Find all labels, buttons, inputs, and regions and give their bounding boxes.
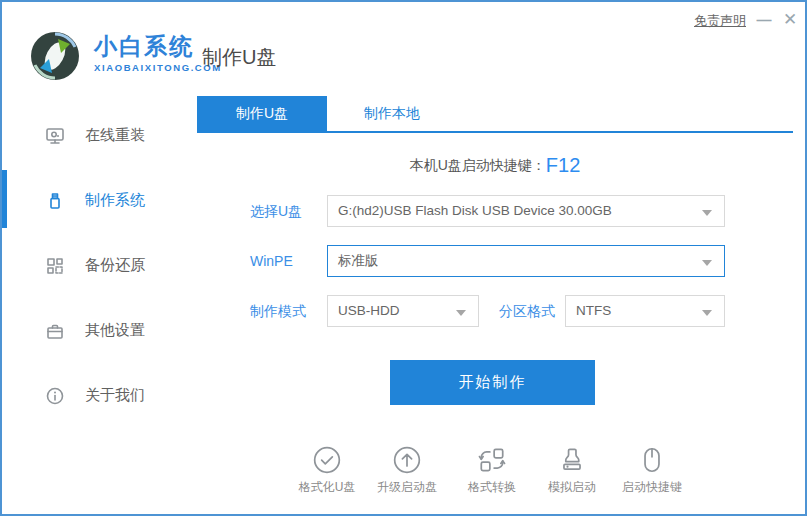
boot-hotkey-line: 本机U盘启动快捷键：F12 bbox=[197, 154, 793, 177]
usb-select-label: 选择U盘 bbox=[250, 203, 302, 221]
stamp-icon bbox=[557, 445, 587, 475]
usb-select[interactable]: G:(hd2)USB Flash Disk USB Device 30.00GB bbox=[327, 195, 725, 227]
sidebar-item-about-us[interactable]: 关于我们 bbox=[2, 379, 187, 413]
partition-select-value: NTFS bbox=[576, 303, 611, 318]
boot-hotkey-value: F12 bbox=[546, 154, 580, 176]
mouse-icon bbox=[637, 445, 667, 475]
mode-select-value: USB-HDD bbox=[338, 303, 400, 318]
winpe-select-value: 标准版 bbox=[338, 253, 379, 268]
chevron-down-icon bbox=[702, 310, 712, 316]
minimize-icon[interactable]: — bbox=[752, 8, 776, 32]
winpe-select-label: WinPE bbox=[250, 253, 293, 269]
tab-make-local[interactable]: 制作本地 bbox=[327, 96, 457, 131]
app-window: 小白系统 XIAOBAIXITONG.COM 制作U盘 免责声明 — ✕ 在线重… bbox=[0, 0, 807, 516]
sidebar-item-make-system[interactable]: 制作系统 bbox=[2, 184, 187, 218]
page-title: 制作U盘 bbox=[202, 44, 276, 71]
usb-drive-icon bbox=[45, 191, 65, 211]
sidebar-item-label: 备份还原 bbox=[85, 256, 145, 275]
close-icon[interactable]: ✕ bbox=[778, 8, 802, 32]
chevron-down-icon bbox=[456, 310, 466, 316]
briefcase-icon bbox=[45, 321, 65, 341]
sidebar-item-label: 制作系统 bbox=[85, 191, 145, 210]
tab-bar: 制作U盘 制作本地 bbox=[197, 96, 793, 133]
boot-hotkey-label: 本机U盘启动快捷键： bbox=[410, 157, 546, 173]
arrow-up-circle-icon bbox=[392, 445, 422, 475]
sidebar-item-online-reinstall[interactable]: 在线重装 bbox=[2, 119, 187, 153]
chevron-down-icon bbox=[702, 210, 712, 216]
chevron-down-icon bbox=[702, 260, 712, 266]
tool-label: 启动快捷键 bbox=[602, 479, 702, 496]
mode-select-label: 制作模式 bbox=[250, 303, 306, 321]
sidebar-item-label: 其他设置 bbox=[85, 321, 145, 340]
usb-select-value: G:(hd2)USB Flash Disk USB Device 30.00GB bbox=[338, 203, 612, 218]
disclaimer-link[interactable]: 免责声明 bbox=[694, 12, 746, 30]
partition-select[interactable]: NTFS bbox=[565, 295, 725, 327]
convert-icon bbox=[477, 445, 507, 475]
partition-select-label: 分区格式 bbox=[499, 303, 555, 321]
check-circle-icon bbox=[312, 445, 342, 475]
sidebar-item-backup-restore[interactable]: 备份还原 bbox=[2, 249, 187, 283]
sidebar-item-label: 在线重装 bbox=[85, 126, 145, 145]
monitor-icon bbox=[45, 126, 65, 146]
app-logo bbox=[28, 29, 82, 83]
sidebar-item-other-settings[interactable]: 其他设置 bbox=[2, 314, 187, 348]
start-make-button[interactable]: 开始制作 bbox=[390, 360, 595, 405]
mode-select[interactable]: USB-HDD bbox=[327, 295, 479, 327]
info-circle-icon bbox=[45, 386, 65, 406]
grid-squares-icon bbox=[45, 256, 65, 276]
sidebar-item-label: 关于我们 bbox=[85, 386, 145, 405]
tab-make-usb[interactable]: 制作U盘 bbox=[197, 96, 327, 131]
winpe-select[interactable]: 标准版 bbox=[327, 245, 725, 277]
tool-boot-hotkey[interactable]: 启动快捷键 bbox=[602, 445, 702, 496]
